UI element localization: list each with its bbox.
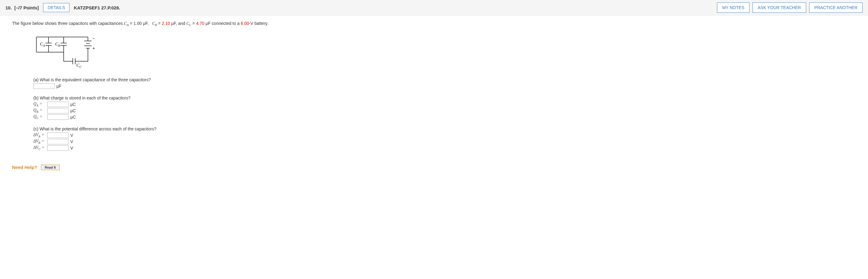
svg-text:B: B xyxy=(58,44,60,47)
var-cb: CB xyxy=(152,21,157,26)
label-vb: ΔVB = xyxy=(33,139,46,144)
part-b-question: (b) What charge is stored in each of the… xyxy=(33,96,856,100)
var-ca: CA xyxy=(124,21,128,26)
label-va: ΔVA = xyxy=(33,132,46,138)
part-a-unit: µF xyxy=(56,84,62,89)
input-vb[interactable] xyxy=(47,139,68,144)
details-button[interactable]: DETAILS xyxy=(43,3,69,12)
label-qa: QA = xyxy=(33,102,46,107)
unit-qc: µC xyxy=(70,115,76,120)
label-qb: QB = xyxy=(33,108,46,114)
question-header: 10. [–/7 Points] DETAILS KATZPSEF1 27.P.… xyxy=(0,0,868,16)
practice-another-button[interactable]: PRACTICE ANOTHER xyxy=(809,2,863,13)
ask-teacher-button[interactable]: ASK YOUR TEACHER xyxy=(752,2,806,13)
part-a: (a) What is the equivalent capacitance o… xyxy=(33,78,856,89)
unit-vc: V xyxy=(70,146,73,150)
my-notes-button[interactable]: MY NOTES xyxy=(717,2,749,13)
unit-va: V xyxy=(70,133,73,138)
need-help-label: Need Help? xyxy=(12,165,37,170)
question-prompt: The figure below shows three capacitors … xyxy=(12,21,856,27)
battery-plus: + xyxy=(92,46,95,51)
unit-qb: µC xyxy=(70,108,76,113)
label-qc: QC = xyxy=(33,114,46,120)
part-c-question: (c) What is the potential difference acr… xyxy=(33,126,856,131)
var-cc: CC xyxy=(186,21,191,26)
input-qc[interactable] xyxy=(47,114,68,120)
part-a-input[interactable] xyxy=(33,84,55,89)
part-c: (c) What is the potential difference acr… xyxy=(33,126,856,151)
input-qb[interactable] xyxy=(47,108,68,114)
input-vc[interactable] xyxy=(47,145,68,151)
battery-minus: − xyxy=(92,36,95,41)
question-body: The figure below shows three capacitors … xyxy=(0,16,868,160)
input-va[interactable] xyxy=(47,132,68,138)
input-qa[interactable] xyxy=(47,102,68,107)
circuit-figure: C A C B C C − + xyxy=(30,31,856,71)
unit-qa: µC xyxy=(70,102,76,107)
question-number: 10. [–/7 Points] xyxy=(5,5,39,10)
unit-vb: V xyxy=(70,139,73,144)
need-help-section: Need Help? Read It xyxy=(12,165,868,170)
action-buttons: MY NOTES ASK YOUR TEACHER PRACTICE ANOTH… xyxy=(717,2,863,13)
svg-text:C: C xyxy=(80,65,82,68)
part-a-question: (a) What is the equivalent capacitance o… xyxy=(33,78,856,82)
read-it-button[interactable]: Read It xyxy=(41,165,60,170)
part-b: (b) What charge is stored in each of the… xyxy=(33,96,856,120)
svg-text:A: A xyxy=(43,44,45,47)
label-vc: ΔVC = xyxy=(33,145,46,151)
question-source: KATZPSEF1 27.P.028. xyxy=(74,5,120,10)
